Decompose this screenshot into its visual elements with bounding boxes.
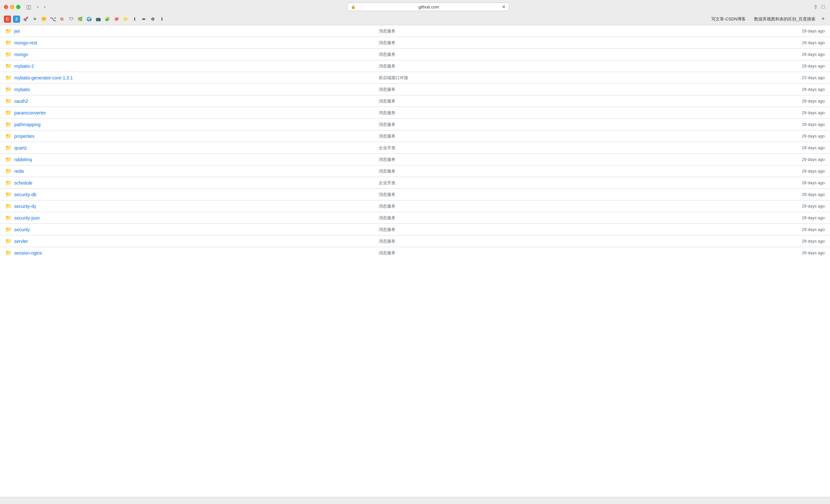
folder-link[interactable]: 📁 mybatis <box>5 86 368 92</box>
folder-name: quartz <box>14 145 27 151</box>
folder-cell: 📁 session-nginx <box>0 247 374 259</box>
ext-sparkle-icon[interactable]: ✳ <box>31 15 38 23</box>
folder-link[interactable]: 📁 servlet <box>5 238 368 244</box>
ext-earth-icon[interactable]: 🌍 <box>86 15 93 23</box>
ext-info-icon[interactable]: ℹ <box>131 15 138 23</box>
commit-message-cell: 消息服务 <box>374 60 664 72</box>
folder-link[interactable]: 📁 pathmapping <box>5 121 368 127</box>
commit-message-cell: 消息服务 <box>374 212 664 224</box>
time-cell: 29 days ago <box>664 200 830 212</box>
folder-link[interactable]: 📁 mongo <box>5 51 368 57</box>
ext-tv-icon[interactable]: 📺 <box>95 15 102 23</box>
ext-help-icon[interactable]: ℹ <box>158 15 165 23</box>
table-row: 📁 mybatis-2 消息服务 29 days ago <box>0 60 830 72</box>
folder-link[interactable]: 📁 quartz <box>5 145 368 151</box>
commit-message-cell: 企业开发 <box>374 177 664 189</box>
ext-2-icon[interactable]: 2 <box>13 15 20 23</box>
commit-message-cell: 消息服务 <box>374 235 664 247</box>
folder-link[interactable]: 📁 jwt <box>5 28 368 34</box>
commit-message: 企业开发 <box>379 180 395 185</box>
time-ago: 23 days ago <box>802 75 825 80</box>
folder-icon: 📁 <box>5 133 12 139</box>
back-button[interactable]: ‹ <box>36 3 40 10</box>
close-window-button[interactable] <box>4 5 8 9</box>
folder-link[interactable]: 📁 mybatis-generator-core-1.3.1 <box>5 74 368 81</box>
share-button[interactable]: ⇧ <box>812 3 819 11</box>
time-ago: 29 days ago <box>802 64 825 68</box>
sidebar-toggle-button[interactable]: ◫ <box>24 3 33 11</box>
new-tab-plus-button[interactable]: + <box>820 15 826 23</box>
folder-name: redis <box>14 169 24 174</box>
folder-cell: 📁 security-db <box>0 189 374 200</box>
ext-github-icon[interactable]: ⌥ <box>49 15 56 23</box>
time-cell: 29 days ago <box>664 224 830 235</box>
folder-link[interactable]: 📁 oauth2 <box>5 98 368 104</box>
folder-name: session-nginx <box>14 250 42 256</box>
folder-link[interactable]: 📁 mongo-rest <box>5 39 368 46</box>
minimize-window-button[interactable] <box>10 5 14 9</box>
folder-icon: 📁 <box>5 156 12 162</box>
url-text: github.com <box>358 4 500 9</box>
folder-link[interactable]: 📁 mybatis-2 <box>5 63 368 69</box>
time-cell: 29 days ago <box>664 107 830 119</box>
address-bar[interactable]: 🔒 github.com ✕ <box>347 3 509 11</box>
folder-link[interactable]: 📁 security-db <box>5 191 368 197</box>
table-row: 📁 paramconverter 消息服务 29 days ago <box>0 107 830 119</box>
commit-message: 消息服务 <box>379 99 395 103</box>
ext-flower-icon[interactable]: ✿ <box>149 15 156 23</box>
commit-message: 消息服务 <box>379 52 395 57</box>
time-cell: 29 days ago <box>664 37 830 49</box>
folder-icon: 📁 <box>5 203 12 209</box>
folder-link[interactable]: 📁 session-nginx <box>5 250 368 256</box>
ext-star-icon[interactable]: ⭐ <box>122 15 129 23</box>
folder-link[interactable]: 📁 properties <box>5 133 368 139</box>
folder-link[interactable]: 📁 redis <box>5 168 368 174</box>
bookmark-tab2[interactable]: 数据库视图和表的区别_百度搜索 <box>754 16 816 22</box>
folder-name: security-db <box>14 192 36 197</box>
new-tab-button[interactable]: □ <box>820 3 826 10</box>
commit-message-cell: 企业开发 <box>374 142 664 154</box>
time-ago: 29 days ago <box>802 239 825 244</box>
folder-icon: 📁 <box>5 226 12 232</box>
folder-icon: 📁 <box>5 238 12 244</box>
ext-rocket-icon[interactable]: 🚀 <box>22 15 29 23</box>
ext-puzzle-icon[interactable]: 🧩 <box>104 15 111 23</box>
ext-g-icon[interactable]: G <box>58 15 65 23</box>
time-ago: 29 days ago <box>802 134 825 138</box>
time-cell: 23 days ago <box>664 72 830 84</box>
folder-name: jwt <box>14 29 20 34</box>
folder-icon: 📁 <box>5 74 12 81</box>
folder-cell: 📁 oauth2 <box>0 95 374 107</box>
commit-message: 消息服务 <box>379 64 395 68</box>
folder-cell: 📁 pathmapping <box>0 119 374 130</box>
folder-cell: 📁 properties <box>0 130 374 142</box>
folder-link[interactable]: 📁 paramconverter <box>5 109 368 116</box>
ext-shield-icon[interactable]: 🛡 <box>67 15 74 23</box>
commit-message-cell: 消息服务 <box>374 224 664 235</box>
commit-message: 消息服务 <box>379 110 395 115</box>
table-row: 📁 security 消息服务 29 days ago <box>0 224 830 235</box>
maximize-window-button[interactable] <box>16 5 21 9</box>
ext-csdn-icon[interactable]: C <box>4 15 11 23</box>
forward-button[interactable]: › <box>42 3 47 10</box>
clear-url-button[interactable]: ✕ <box>502 4 506 9</box>
toolbar-right: ⇧ □ <box>812 3 826 11</box>
folder-link[interactable]: 📁 security-json <box>5 215 368 221</box>
ext-arrow-icon[interactable]: ⬅ <box>140 15 147 23</box>
folder-link[interactable]: 📁 security <box>5 226 368 232</box>
folder-icon: 📁 <box>5 98 12 104</box>
folder-cell: 📁 security <box>0 224 374 235</box>
commit-message-cell: 消息服务 <box>374 37 664 49</box>
ext-github2-icon[interactable]: 🐙 <box>113 15 120 23</box>
folder-link[interactable]: 📁 schedule <box>5 180 368 186</box>
ext-face-icon[interactable]: 😶 <box>40 15 47 23</box>
bookmark-tab1[interactable]: 写文章-CSDN博客 <box>711 16 746 22</box>
time-ago: 29 days ago <box>802 157 825 162</box>
ext-leaf-icon[interactable]: 🌿 <box>76 15 84 23</box>
time-cell: 29 days ago <box>664 49 830 60</box>
folder-cell: 📁 mongo-rest <box>0 37 374 49</box>
folder-link[interactable]: 📁 rabbitmq <box>5 156 368 162</box>
time-ago: 29 days ago <box>802 29 825 33</box>
folder-link[interactable]: 📁 security-dy <box>5 203 368 209</box>
commit-message: 消息服务 <box>379 239 395 244</box>
